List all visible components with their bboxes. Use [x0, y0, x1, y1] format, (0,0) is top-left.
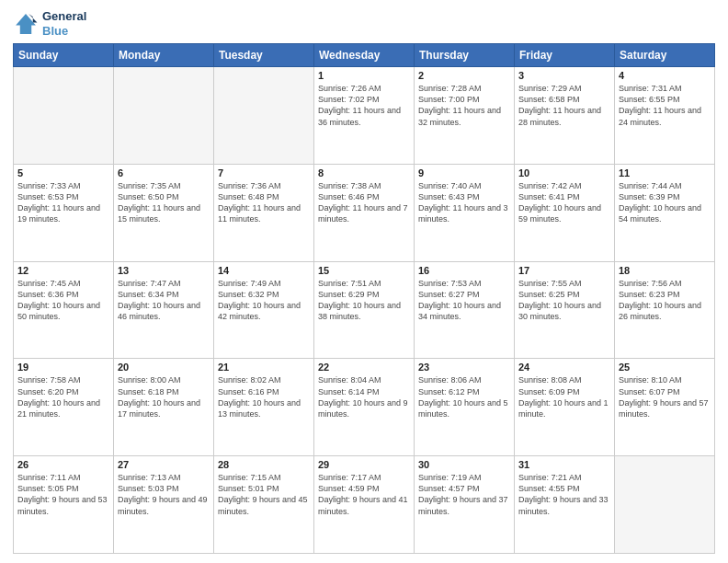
day-number: 30 [418, 459, 510, 470]
header: General Blue [13, 9, 715, 38]
logo: General Blue [13, 9, 86, 38]
day-number: 28 [218, 459, 310, 470]
calendar-week-3: 19Sunrise: 7:58 AMSunset: 6:20 PMDayligh… [14, 359, 715, 456]
day-info: Sunrise: 8:10 AMSunset: 6:07 PMDaylight:… [619, 374, 711, 419]
day-info: Sunrise: 7:17 AMSunset: 4:59 PMDaylight:… [318, 472, 410, 517]
day-number: 23 [418, 362, 510, 373]
day-info: Sunrise: 8:06 AMSunset: 6:12 PMDaylight:… [418, 374, 510, 419]
day-number: 31 [518, 459, 610, 470]
day-info: Sunrise: 7:36 AMSunset: 6:48 PMDaylight:… [218, 180, 310, 225]
day-number: 2 [418, 70, 510, 81]
calendar-cell: 6Sunrise: 7:35 AMSunset: 6:50 PMDaylight… [114, 164, 214, 261]
calendar-cell: 3Sunrise: 7:29 AMSunset: 6:58 PMDaylight… [515, 67, 615, 165]
day-info: Sunrise: 7:56 AMSunset: 6:23 PMDaylight:… [619, 278, 711, 323]
calendar-dow-friday: Friday [515, 44, 615, 67]
calendar-cell [114, 67, 214, 165]
day-info: Sunrise: 7:11 AMSunset: 5:05 PMDaylight:… [17, 472, 109, 517]
day-number: 4 [619, 70, 711, 81]
day-number: 12 [17, 265, 109, 276]
calendar-cell: 15Sunrise: 7:51 AMSunset: 6:29 PMDayligh… [314, 261, 415, 359]
day-number: 1 [318, 70, 410, 81]
calendar-week-2: 12Sunrise: 7:45 AMSunset: 6:36 PMDayligh… [14, 261, 715, 359]
calendar-cell: 4Sunrise: 7:31 AMSunset: 6:55 PMDaylight… [615, 67, 715, 165]
calendar-cell: 18Sunrise: 7:56 AMSunset: 6:23 PMDayligh… [615, 261, 715, 359]
logo-icon [13, 11, 39, 37]
calendar-cell: 22Sunrise: 8:04 AMSunset: 6:14 PMDayligh… [314, 359, 415, 456]
day-info: Sunrise: 7:13 AMSunset: 5:03 PMDaylight:… [118, 472, 210, 517]
day-info: Sunrise: 7:31 AMSunset: 6:55 PMDaylight:… [619, 83, 711, 128]
calendar-cell: 21Sunrise: 8:02 AMSunset: 6:16 PMDayligh… [214, 359, 314, 456]
day-info: Sunrise: 7:49 AMSunset: 6:32 PMDaylight:… [218, 278, 310, 323]
calendar-dow-thursday: Thursday [415, 44, 515, 67]
day-info: Sunrise: 7:33 AMSunset: 6:53 PMDaylight:… [17, 180, 109, 225]
calendar-cell: 30Sunrise: 7:19 AMSunset: 4:57 PMDayligh… [415, 456, 515, 554]
day-info: Sunrise: 7:19 AMSunset: 4:57 PMDaylight:… [418, 472, 510, 517]
calendar-cell: 1Sunrise: 7:26 AMSunset: 7:02 PMDaylight… [314, 67, 415, 165]
calendar-cell: 11Sunrise: 7:44 AMSunset: 6:39 PMDayligh… [615, 164, 715, 261]
calendar-cell: 31Sunrise: 7:21 AMSunset: 4:55 PMDayligh… [515, 456, 615, 554]
day-info: Sunrise: 7:15 AMSunset: 5:01 PMDaylight:… [218, 472, 310, 517]
day-number: 24 [518, 362, 610, 373]
day-number: 18 [619, 265, 711, 276]
calendar-cell: 20Sunrise: 8:00 AMSunset: 6:18 PMDayligh… [114, 359, 214, 456]
calendar-cell: 7Sunrise: 7:36 AMSunset: 6:48 PMDaylight… [214, 164, 314, 261]
day-number: 21 [218, 362, 310, 373]
calendar-cell: 24Sunrise: 8:08 AMSunset: 6:09 PMDayligh… [515, 359, 615, 456]
day-info: Sunrise: 7:45 AMSunset: 6:36 PMDaylight:… [17, 278, 109, 323]
day-info: Sunrise: 7:53 AMSunset: 6:27 PMDaylight:… [418, 278, 510, 323]
calendar-dow-monday: Monday [114, 44, 214, 67]
day-number: 11 [619, 167, 711, 178]
calendar-dow-tuesday: Tuesday [214, 44, 314, 67]
calendar-dow-wednesday: Wednesday [314, 44, 415, 67]
day-number: 14 [218, 265, 310, 276]
day-number: 5 [17, 167, 109, 178]
day-number: 16 [418, 265, 510, 276]
day-number: 22 [318, 362, 410, 373]
calendar-cell: 19Sunrise: 7:58 AMSunset: 6:20 PMDayligh… [14, 359, 114, 456]
calendar-week-1: 5Sunrise: 7:33 AMSunset: 6:53 PMDaylight… [14, 164, 715, 261]
day-number: 10 [518, 167, 610, 178]
calendar-cell: 29Sunrise: 7:17 AMSunset: 4:59 PMDayligh… [314, 456, 415, 554]
day-info: Sunrise: 7:55 AMSunset: 6:25 PMDaylight:… [518, 278, 610, 323]
day-info: Sunrise: 8:00 AMSunset: 6:18 PMDaylight:… [118, 374, 210, 419]
calendar-table: SundayMondayTuesdayWednesdayThursdayFrid… [13, 43, 715, 554]
day-number: 9 [418, 167, 510, 178]
day-number: 7 [218, 167, 310, 178]
calendar-cell: 12Sunrise: 7:45 AMSunset: 6:36 PMDayligh… [14, 261, 114, 359]
day-info: Sunrise: 7:26 AMSunset: 7:02 PMDaylight:… [318, 83, 410, 128]
logo-text: General Blue [42, 9, 86, 38]
day-number: 25 [619, 362, 711, 373]
calendar-cell: 13Sunrise: 7:47 AMSunset: 6:34 PMDayligh… [114, 261, 214, 359]
day-info: Sunrise: 7:21 AMSunset: 4:55 PMDaylight:… [518, 472, 610, 517]
page: General Blue SundayMondayTuesdayWednesda… [0, 0, 728, 563]
calendar-cell: 8Sunrise: 7:38 AMSunset: 6:46 PMDaylight… [314, 164, 415, 261]
calendar-cell: 16Sunrise: 7:53 AMSunset: 6:27 PMDayligh… [415, 261, 515, 359]
day-info: Sunrise: 7:29 AMSunset: 6:58 PMDaylight:… [518, 83, 610, 128]
day-info: Sunrise: 7:58 AMSunset: 6:20 PMDaylight:… [17, 374, 109, 419]
day-info: Sunrise: 7:47 AMSunset: 6:34 PMDaylight:… [118, 278, 210, 323]
day-info: Sunrise: 7:38 AMSunset: 6:46 PMDaylight:… [318, 180, 410, 225]
calendar-cell [14, 67, 114, 165]
day-info: Sunrise: 7:42 AMSunset: 6:41 PMDaylight:… [518, 180, 610, 225]
day-info: Sunrise: 7:40 AMSunset: 6:43 PMDaylight:… [418, 180, 510, 225]
calendar-cell: 23Sunrise: 8:06 AMSunset: 6:12 PMDayligh… [415, 359, 515, 456]
day-info: Sunrise: 7:28 AMSunset: 7:00 PMDaylight:… [418, 83, 510, 128]
calendar-cell: 5Sunrise: 7:33 AMSunset: 6:53 PMDaylight… [14, 164, 114, 261]
day-info: Sunrise: 8:08 AMSunset: 6:09 PMDaylight:… [518, 374, 610, 419]
calendar-header-row: SundayMondayTuesdayWednesdayThursdayFrid… [14, 44, 715, 67]
day-number: 29 [318, 459, 410, 470]
calendar-cell [615, 456, 715, 554]
calendar-cell: 26Sunrise: 7:11 AMSunset: 5:05 PMDayligh… [14, 456, 114, 554]
day-number: 20 [118, 362, 210, 373]
calendar-cell: 2Sunrise: 7:28 AMSunset: 7:00 PMDaylight… [415, 67, 515, 165]
calendar-week-0: 1Sunrise: 7:26 AMSunset: 7:02 PMDaylight… [14, 67, 715, 165]
day-info: Sunrise: 8:04 AMSunset: 6:14 PMDaylight:… [318, 374, 410, 419]
calendar-dow-sunday: Sunday [14, 44, 114, 67]
calendar-cell: 17Sunrise: 7:55 AMSunset: 6:25 PMDayligh… [515, 261, 615, 359]
day-number: 8 [318, 167, 410, 178]
day-number: 15 [318, 265, 410, 276]
calendar-cell: 27Sunrise: 7:13 AMSunset: 5:03 PMDayligh… [114, 456, 214, 554]
day-number: 3 [518, 70, 610, 81]
day-info: Sunrise: 7:35 AMSunset: 6:50 PMDaylight:… [118, 180, 210, 225]
day-info: Sunrise: 7:44 AMSunset: 6:39 PMDaylight:… [619, 180, 711, 225]
